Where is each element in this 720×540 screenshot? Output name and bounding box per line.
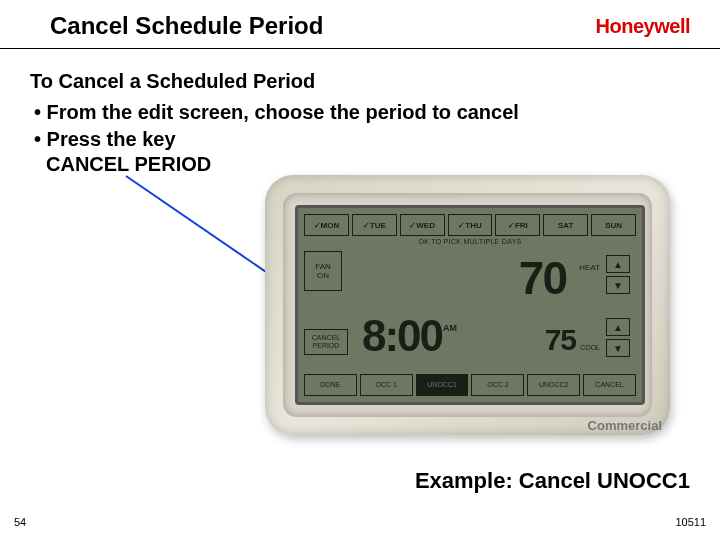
day-sat[interactable]: SAT: [543, 214, 588, 236]
brand-logo: Honeywell: [596, 15, 690, 38]
day-thu[interactable]: ✓THU: [448, 214, 493, 236]
thermostat-image: ✓MON ✓TUE ✓WED ✓THU ✓FRI SAT SUN OK TO P…: [265, 175, 670, 435]
cool-label: COOL: [580, 344, 600, 351]
subheading: To Cancel a Scheduled Period: [30, 70, 690, 93]
thermostat-bezel: ✓MON ✓TUE ✓WED ✓THU ✓FRI SAT SUN OK TO P…: [265, 175, 670, 435]
slide-body: To Cancel a Scheduled Period • From the …: [30, 70, 690, 176]
heat-up-button[interactable]: ▲: [606, 255, 630, 273]
period-row: DONE OCC 1 UNOCC1 OCC 2 UNOCC2 CANCEL: [304, 374, 636, 396]
day-sun[interactable]: SUN: [591, 214, 636, 236]
cool-down-button[interactable]: ▼: [606, 339, 630, 357]
multi-day-note: OK TO PICK MULTIPLE DAYS: [304, 238, 636, 245]
cancel-period-button[interactable]: CANCEL PERIOD: [304, 329, 348, 355]
unocc1-button[interactable]: UNOCC1: [416, 374, 469, 396]
day-tue[interactable]: ✓TUE: [352, 214, 397, 236]
occ2-button[interactable]: OCC 2: [471, 374, 524, 396]
cool-setpoint: 75: [545, 323, 576, 357]
fan-button[interactable]: FAN ON: [304, 251, 342, 291]
heat-setpoint: 70: [519, 251, 566, 305]
slide-header: Cancel Schedule Period Honeywell: [0, 12, 720, 49]
fan-value: ON: [317, 271, 329, 280]
cool-up-button[interactable]: ▲: [606, 318, 630, 336]
bullet-2: • Press the key: [30, 126, 690, 153]
unocc2-button[interactable]: UNOCC2: [527, 374, 580, 396]
fan-label: FAN: [315, 262, 331, 271]
page-number: 54: [14, 516, 26, 528]
time-display: 8:00AM: [362, 311, 457, 361]
thermostat-inner: ✓MON ✓TUE ✓WED ✓THU ✓FRI SAT SUN OK TO P…: [283, 193, 652, 417]
heat-down-button[interactable]: ▼: [606, 276, 630, 294]
time-value: 8:00: [362, 311, 442, 360]
thermostat-screen: ✓MON ✓TUE ✓WED ✓THU ✓FRI SAT SUN OK TO P…: [295, 205, 645, 405]
ampm: AM: [443, 323, 457, 333]
slide-title: Cancel Schedule Period: [50, 12, 323, 40]
bullet-2-line2: CANCEL PERIOD: [30, 153, 690, 176]
cool-arrows: ▲ ▼: [606, 318, 630, 357]
cancel-period-l1: CANCEL: [312, 334, 340, 342]
mid-row: FAN ON CANCEL PERIOD 8:00AM 70 HEAT ▲ ▼ …: [304, 251, 636, 339]
heat-label: HEAT: [579, 263, 600, 272]
day-wed[interactable]: ✓WED: [400, 214, 445, 236]
occ1-button[interactable]: OCC 1: [360, 374, 413, 396]
cancel-button[interactable]: CANCEL: [583, 374, 636, 396]
commercial-label: Commercial: [588, 418, 662, 433]
done-button[interactable]: DONE: [304, 374, 357, 396]
cancel-period-l2: PERIOD: [313, 342, 340, 350]
doc-id: 10511: [675, 516, 706, 528]
day-fri[interactable]: ✓FRI: [495, 214, 540, 236]
days-row: ✓MON ✓TUE ✓WED ✓THU ✓FRI SAT SUN: [304, 214, 636, 236]
bullet-1: • From the edit screen, choose the perio…: [30, 99, 690, 126]
heat-arrows: ▲ ▼: [606, 255, 630, 294]
example-caption: Example: Cancel UNOCC1: [415, 468, 690, 494]
day-mon[interactable]: ✓MON: [304, 214, 349, 236]
